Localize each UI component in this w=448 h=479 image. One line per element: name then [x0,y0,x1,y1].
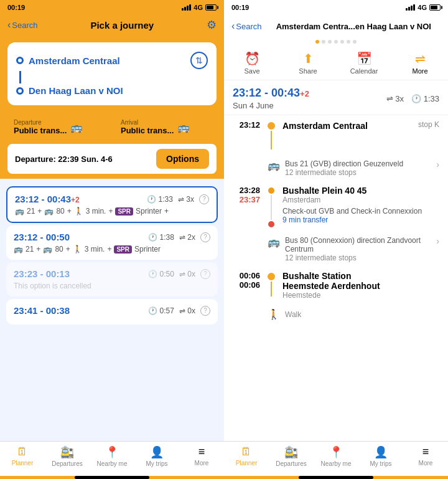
route-line-icon [19,71,21,83]
journey-date: Sun 4 June [233,101,274,110]
nav-bar-left: ‹ Search Pick a journey ⚙ [0,15,224,37]
nearby-label-left: Nearby me [97,460,128,467]
journey-header: 23:12 - 00:43+2 Sun 4 June ⇌ 3x 🕐 1:33 [224,80,448,115]
stop-name-heemstede: Bushalte Station [282,271,439,281]
signal-icon-left [182,4,191,11]
transit-desc-80: Bus 80 (Connexxion) direction Zandvoort … [285,236,431,262]
home-indicator-left [0,476,224,479]
calendar-label: Calendar [350,67,378,75]
journey-item-3[interactable]: 23:23 - 00:13 🕐 0:50 ⇌ 0x ? This option … [6,262,218,296]
journey-meta-1: 🕐 1:33 ⇌ 3x ? [147,194,209,204]
journey-meta-2: 🕐 1:38 ⇌ 2x ? [148,232,210,242]
stop-name-plein: Bushalte Plein 40 45 [282,186,439,196]
stop-sub-heemstede: Heemstede [282,291,439,300]
stop-time-h1: 00:06 [233,271,260,280]
nav-more-left[interactable]: ≡ More [179,445,224,470]
stop-time-ams: 23:12 [233,120,260,130]
chevron-left-icon: ‹ [7,19,11,31]
journey-item-1[interactable]: 23:12 - 00:43+2 🕐 1:33 ⇌ 3x ? 🚌 21 + 🚌 8… [6,186,218,223]
nav-planner-left[interactable]: 🗓 Planner [0,445,45,470]
duration-2: 🕐 1:38 [148,233,174,242]
settings-icon-left[interactable]: ⚙ [207,18,217,32]
journey-icons-1: 🚌 21 + 🚌 80 + 🚶 3 min. + SPR Sprinter + [15,207,209,216]
home-indicator-right [224,476,448,479]
arrival-mode-btn[interactable]: Arrival Public trans... 🚌 [114,115,217,139]
save-label: Save [244,67,259,75]
more-label: More [412,67,427,75]
stop-sub-plein: Amsterdam [282,196,439,204]
journey-detail-meta: ⇌ 3x 🕐 1:33 [386,94,439,103]
calendar-button[interactable]: 📅 Calendar [345,51,383,75]
right-panel: 00:19 4G ‹ Search Amsterdam Centra...en … [224,0,448,479]
nav-more-right[interactable]: ≡ More [403,445,448,470]
transfers-3: ⇌ 0x [179,270,195,278]
departure-mode-btn[interactable]: Departure Public trans... 🚌 [7,115,110,139]
nav-planner-right[interactable]: 🗓 Planner [224,445,269,470]
vline-heemstede [271,282,272,296]
departures-label-left: Departures [52,460,82,467]
transit-desc-21: Bus 21 (GVB) direction Geuzenveld 12 int… [285,159,431,177]
nearby-icon-left: 📍 [105,445,119,459]
page-title-left: Pick a journey [38,20,207,31]
destination-stop: Den Haag Laan v NOI [16,83,208,98]
nav-nearby-right[interactable]: 📍 Nearby me [314,445,358,470]
stop-dot-plein2 [268,221,274,227]
duration-4: 🕐 0:57 [148,306,174,315]
battery-icon-right [429,4,441,11]
nav-nearby-left[interactable]: 📍 Nearby me [90,445,134,470]
journey-time-3: 23:23 - 00:13 [14,268,70,279]
nav-mytrips-right[interactable]: 👤 My trips [358,445,403,470]
info-icon-3: ? [200,269,210,279]
journey-detail-time: 23:12 - 00:43+2 [233,87,309,99]
save-button[interactable]: ⏰ Save [233,51,271,75]
walk-label: Walk [285,310,301,319]
dot-1 [315,40,319,44]
journey-plus-detail: +2 [300,89,309,98]
bus-icon-departure: 🚌 [70,121,83,133]
share-button[interactable]: ⬆ Share [289,51,327,75]
origin-dot-icon [16,57,24,64]
stop-heemstede: 00:06 00:06 Bushalte Station Heemstede A… [224,266,448,305]
nav-mytrips-left[interactable]: 👤 My trips [134,445,179,470]
info-icon-1: ? [199,194,209,204]
options-button[interactable]: Options [156,149,209,169]
journey-item-4[interactable]: 23:41 - 00:38 🕐 0:57 ⇌ 0x ? [6,299,218,325]
back-button-left[interactable]: ‹ Search [7,19,38,31]
bus-icon-arrival: 🚌 [177,121,190,133]
more-icon-left: ≡ [198,445,205,458]
bus-icon-21: 🚌 [268,159,280,171]
transit-chevron-21[interactable]: › [436,159,439,169]
share-icon: ⬆ [303,51,314,66]
journey-meta-4: 🕐 0:57 ⇌ 0x ? [148,306,210,316]
journey-results: 23:12 - 00:43+2 🕐 1:33 ⇌ 3x ? 🚌 21 + 🚌 8… [0,179,224,441]
back-label-right: Search [236,22,261,31]
back-button-right[interactable]: ‹ Search [231,21,262,32]
journey-time-2: 23:12 - 00:50 [14,232,70,242]
spr-badge-1: SPR [115,207,133,216]
dot-6 [347,40,350,44]
dot-7 [353,40,357,44]
mytrips-icon-right: 👤 [374,445,388,459]
transit-chevron-80[interactable]: › [436,236,439,246]
nav-departures-right[interactable]: 🚉 Departures [269,445,314,470]
signal-icon-right [406,4,415,11]
arrival-mode-value: Public trans... [121,126,174,135]
nearby-icon-right: 📍 [329,445,343,459]
journey-item-2[interactable]: 23:12 - 00:50 🕐 1:38 ⇌ 2x ? 🚌 21 + 🚌 80 … [6,225,218,260]
swap-button[interactable]: ⇅ [190,52,208,69]
spr-badge-2: SPR [114,245,132,254]
transfers-detail: ⇌ 3x [386,94,404,103]
nav-departures-left[interactable]: 🚉 Departures [45,445,90,470]
transfer-info: Check-out GVB and Check-in Connexxion [282,207,439,216]
journey-icons-2: 🚌 21 + 🚌 80 + 🚶 3 min. + SPR Sprinter [14,245,210,254]
departure-bar: Departure: 22:39 Sun. 4-6 Options [7,144,217,174]
nearby-label-right: Nearby me [321,460,352,467]
bottom-nav-right: 🗓 Planner 🚉 Departures 📍 Nearby me 👤 My … [224,441,448,476]
duration-3: 🕐 0:50 [148,270,174,278]
back-label-left: Search [12,21,37,30]
planner-label-left: Planner [12,460,33,467]
more-button[interactable]: ⇌ More [401,51,439,75]
planner-icon-left: 🗓 [17,445,28,458]
departure-mode-label: Departure [14,119,67,126]
dot-5 [340,40,344,44]
